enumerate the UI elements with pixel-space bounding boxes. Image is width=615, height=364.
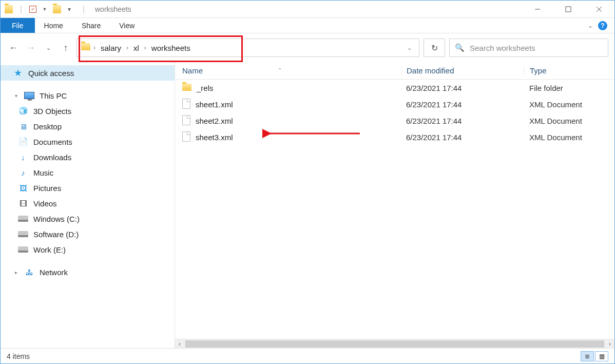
svg-rect-1 — [566, 7, 571, 12]
column-header-type[interactable]: Type — [524, 66, 614, 75]
address-folder-icon — [81, 43, 90, 52]
close-button[interactable] — [584, 2, 614, 16]
file-date: 6/23/2021 17:44 — [401, 133, 524, 142]
navigation-pane: ★ Quick access ▾ This PC 🧊 3D Objects 🖥 … — [1, 62, 175, 348]
qat-dropdown-icon[interactable]: ▼ — [41, 5, 49, 13]
file-icon — [182, 131, 190, 143]
sidebar-item-drive-e[interactable]: Work (E:) — [1, 242, 175, 257]
minimize-button[interactable] — [522, 2, 553, 16]
sidebar-label: Pictures — [33, 184, 61, 193]
window-title: worksheets — [95, 5, 131, 13]
sidebar-label: Documents — [33, 138, 72, 146]
navigation-bar: ← → ⌄ ↑ › salary › xl › worksheets ⌄ ↻ 🔍 — [1, 33, 614, 62]
recent-locations-button[interactable]: ⌄ — [42, 41, 55, 54]
expand-icon[interactable]: ▾ — [13, 93, 19, 99]
search-box[interactable]: 🔍 — [449, 39, 608, 57]
address-bar[interactable]: › salary › xl › worksheets ⌄ — [76, 39, 419, 57]
videos-icon: 🎞 — [18, 199, 28, 208]
file-row[interactable]: sheet1.xml 6/23/2021 17:44 XML Document — [175, 96, 614, 112]
sidebar-item-drive-c[interactable]: Windows (C:) — [1, 211, 175, 226]
up-button[interactable]: ↑ — [59, 41, 72, 54]
sidebar-item-videos[interactable]: 🎞 Videos — [1, 196, 175, 211]
music-icon: ♪ — [18, 168, 28, 177]
sidebar-quick-access[interactable]: ★ Quick access — [1, 65, 175, 81]
qat-equals-icon[interactable]: ▾ — [65, 5, 73, 13]
file-tab[interactable]: File — [1, 18, 35, 33]
sidebar-label: Network — [40, 268, 68, 277]
ribbon-expand-icon[interactable]: ⌄ — [588, 22, 593, 29]
column-label: Name — [182, 66, 203, 75]
sidebar-item-documents[interactable]: 📄 Documents — [1, 134, 175, 149]
column-header-name[interactable]: Name ⌃ — [175, 66, 401, 75]
downloads-icon: ↓ — [18, 152, 28, 162]
sidebar-item-pictures[interactable]: 🖼 Pictures — [1, 180, 175, 196]
file-row[interactable]: sheet2.xml 6/23/2021 17:44 XML Document — [175, 112, 614, 129]
breadcrumb-worksheets[interactable]: worksheets — [149, 43, 193, 53]
tab-home[interactable]: Home — [35, 18, 72, 33]
sidebar-label: Downloads — [33, 153, 71, 162]
sidebar-network[interactable]: ▸ 🖧 Network — [1, 264, 175, 280]
forward-button[interactable]: → — [24, 41, 37, 54]
back-button[interactable]: ← — [7, 41, 20, 54]
sidebar-label: This PC — [40, 91, 67, 100]
address-dropdown-icon[interactable]: ⌄ — [404, 45, 415, 51]
sidebar-item-3d-objects[interactable]: 🧊 3D Objects — [1, 103, 175, 119]
sidebar-label: Videos — [33, 199, 57, 208]
chevron-right-icon[interactable]: › — [144, 44, 146, 51]
sidebar-item-drive-d[interactable]: Software (D:) — [1, 226, 175, 242]
sidebar-label: Software (D:) — [33, 230, 79, 239]
tab-share[interactable]: Share — [72, 18, 110, 33]
file-type: XML Document — [524, 117, 614, 125]
maximize-button[interactable] — [553, 2, 584, 16]
file-icon — [182, 99, 190, 110]
pc-icon — [24, 91, 34, 100]
file-date: 6/23/2021 17:44 — [401, 100, 524, 109]
expand-icon[interactable]: ▸ — [13, 270, 19, 275]
sidebar-label: Music — [33, 168, 53, 177]
breadcrumb-xl[interactable]: xl — [131, 43, 141, 53]
sidebar-item-desktop[interactable]: 🖥 Desktop — [1, 119, 175, 134]
sort-ascending-icon: ⌃ — [278, 67, 282, 73]
tab-view[interactable]: View — [110, 18, 144, 33]
refresh-button[interactable]: ↻ — [424, 39, 445, 57]
file-name: _rels — [197, 84, 214, 92]
file-rows: _rels 6/23/2021 17:44 File folder sheet1… — [175, 80, 614, 339]
sidebar-label: Work (E:) — [33, 245, 66, 254]
details-view-button[interactable]: ≣ — [581, 351, 594, 361]
scroll-right-button[interactable]: › — [605, 340, 614, 348]
chevron-right-icon[interactable]: › — [126, 44, 128, 51]
search-input[interactable] — [470, 44, 603, 52]
drive-icon — [18, 245, 28, 254]
help-icon[interactable]: ? — [598, 21, 607, 30]
sidebar-label: Desktop — [33, 122, 62, 131]
documents-icon: 📄 — [18, 137, 28, 146]
drive-icon — [18, 214, 28, 223]
sidebar-item-music[interactable]: ♪ Music — [1, 165, 175, 180]
cube-icon: 🧊 — [18, 106, 28, 116]
chevron-right-icon[interactable]: › — [93, 44, 95, 51]
sidebar-this-pc[interactable]: ▾ This PC — [1, 88, 175, 103]
title-bar: | ✓ ▼ ▾ | worksheets — [1, 1, 614, 18]
horizontal-scrollbar[interactable]: ‹ › — [175, 339, 614, 348]
network-icon: 🖧 — [24, 267, 34, 277]
thumbnails-view-button[interactable]: ▦ — [595, 351, 608, 361]
ribbon: File Home Share View ⌄ ? — [1, 18, 614, 33]
status-bar: 4 items ≣ ▦ — [1, 348, 614, 363]
scroll-left-button[interactable]: ‹ — [175, 340, 184, 348]
breadcrumb-salary[interactable]: salary — [99, 43, 123, 53]
desktop-icon: 🖥 — [18, 122, 28, 131]
scroll-track[interactable] — [185, 340, 604, 348]
qat-folder-icon — [53, 5, 61, 13]
sidebar-item-downloads[interactable]: ↓ Downloads — [1, 149, 175, 165]
file-row[interactable]: _rels 6/23/2021 17:44 File folder — [175, 80, 614, 96]
file-row[interactable]: sheet3.xml 6/23/2021 17:44 XML Document — [175, 129, 614, 145]
qat-properties-icon[interactable]: ✓ — [29, 6, 36, 13]
sidebar-label: Quick access — [28, 69, 74, 78]
star-icon: ★ — [13, 68, 23, 78]
column-header-date[interactable]: Date modified — [401, 66, 524, 75]
app-folder-icon — [5, 5, 13, 13]
sidebar-label: 3D Objects — [33, 107, 71, 116]
file-date: 6/23/2021 17:44 — [401, 117, 524, 125]
item-count: 4 items — [7, 352, 30, 360]
folder-icon — [182, 84, 191, 92]
